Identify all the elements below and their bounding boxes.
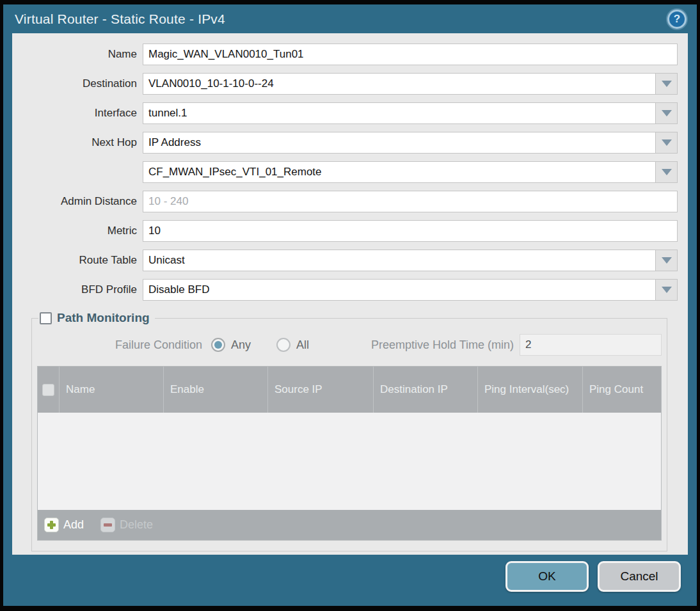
chevron-down-icon <box>662 169 672 175</box>
column-header-name[interactable]: Name <box>60 367 164 413</box>
delete-button[interactable]: Delete <box>100 518 153 532</box>
destination-label: Destination <box>17 77 143 90</box>
bfd-profile-label: BFD Profile <box>17 283 143 296</box>
column-header-ping-interval[interactable]: Ping Interval(sec) <box>478 367 583 413</box>
cancel-button[interactable]: Cancel <box>598 561 681 592</box>
form-row-bfd-profile: BFD Profile <box>17 279 678 301</box>
plus-icon <box>44 518 59 532</box>
name-input[interactable] <box>143 44 678 65</box>
destination-dropdown-button[interactable] <box>656 73 678 95</box>
bfd-profile-input[interactable] <box>143 279 656 301</box>
metric-label: Metric <box>17 225 143 237</box>
column-header-destination-ip[interactable]: Destination IP <box>374 367 478 413</box>
failure-condition-row: Failure Condition Any All Preemptive Hol… <box>37 334 662 356</box>
route-table-label: Route Table <box>17 254 143 267</box>
destination-input[interactable] <box>143 73 656 95</box>
route-table-input[interactable] <box>143 250 656 271</box>
failure-condition-all-radio[interactable] <box>276 338 290 352</box>
admin-distance-input[interactable] <box>143 191 678 212</box>
failure-condition-all-label: All <box>296 338 309 352</box>
next-hop-type-dropdown-button[interactable] <box>656 132 678 154</box>
ok-button[interactable]: OK <box>505 561 589 592</box>
add-button-label: Add <box>63 518 84 532</box>
interface-input[interactable] <box>143 102 656 124</box>
admin-distance-label: Admin Distance <box>17 195 143 208</box>
column-header-ping-count[interactable]: Ping Count <box>583 367 661 413</box>
minus-icon <box>100 518 115 532</box>
form-row-route-table: Route Table <box>17 250 678 271</box>
form-row-metric: Metric <box>17 220 678 242</box>
dialog-footer: OK Cancel <box>3 555 697 606</box>
path-monitoring-checkbox[interactable] <box>40 312 52 324</box>
failure-condition-any-label: Any <box>231 338 251 352</box>
next-hop-address-dropdown-button[interactable] <box>656 161 678 183</box>
chevron-down-icon <box>662 287 672 293</box>
next-hop-label: Next Hop <box>17 136 143 149</box>
delete-button-label: Delete <box>120 518 153 532</box>
form-row-next-hop: Next Hop <box>17 132 678 154</box>
failure-condition-label: Failure Condition <box>115 338 202 352</box>
form-row-next-hop-address <box>17 161 678 183</box>
help-icon[interactable]: ? <box>667 10 687 29</box>
table-footer: Add Delete <box>38 510 661 540</box>
form-row-interface: Interface <box>17 102 678 124</box>
interface-label: Interface <box>17 107 143 120</box>
table-body-empty <box>38 413 661 510</box>
route-table-dropdown-button[interactable] <box>656 250 678 271</box>
next-hop-address-input[interactable] <box>143 161 656 183</box>
interface-dropdown-button[interactable] <box>656 102 678 124</box>
add-button[interactable]: Add <box>44 518 84 532</box>
static-route-dialog: Virtual Router - Static Route - IPv4 ? N… <box>0 0 700 611</box>
failure-condition-radio-group: Any All <box>202 338 326 352</box>
form-row-name: Name <box>17 44 678 65</box>
next-hop-type-input[interactable] <box>143 132 656 154</box>
path-monitoring-table: Name Enable Source IP Destination IP Pin… <box>37 366 662 541</box>
table-header-row: Name Enable Source IP Destination IP Pin… <box>38 367 661 413</box>
metric-input[interactable] <box>143 220 678 242</box>
name-label: Name <box>17 48 143 61</box>
select-all-checkbox[interactable] <box>42 384 54 396</box>
preemptive-hold-time-label: Preemptive Hold Time (min) <box>371 338 520 352</box>
path-monitoring-title: Path Monitoring <box>57 311 150 325</box>
path-monitoring-legend: Path Monitoring <box>38 311 155 325</box>
titlebar: Virtual Router - Static Route - IPv4 ? <box>3 4 697 33</box>
column-header-source-ip[interactable]: Source IP <box>268 367 374 413</box>
path-monitoring-section: Path Monitoring Failure Condition Any Al… <box>31 311 667 551</box>
chevron-down-icon <box>662 81 672 87</box>
chevron-down-icon <box>662 110 672 116</box>
chevron-down-icon <box>662 257 672 264</box>
preemptive-hold-time-group: Preemptive Hold Time (min) <box>371 334 662 356</box>
column-header-enable[interactable]: Enable <box>164 367 268 413</box>
dialog-body: Name Destination Interface Next Hop <box>12 33 688 555</box>
form-row-destination: Destination <box>17 73 678 95</box>
dialog-title: Virtual Router - Static Route - IPv4 <box>15 12 225 27</box>
chevron-down-icon <box>662 139 672 146</box>
failure-condition-any-radio[interactable] <box>211 338 225 352</box>
form-row-admin-distance: Admin Distance <box>17 191 678 212</box>
bfd-profile-dropdown-button[interactable] <box>656 279 678 301</box>
preemptive-hold-time-input[interactable] <box>520 334 662 356</box>
